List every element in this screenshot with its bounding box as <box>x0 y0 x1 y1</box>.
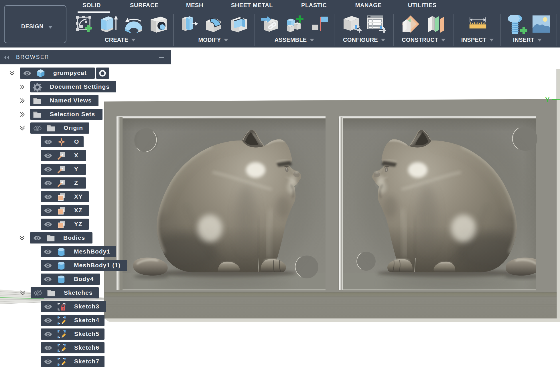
svg-text:Y: Y <box>545 95 550 104</box>
